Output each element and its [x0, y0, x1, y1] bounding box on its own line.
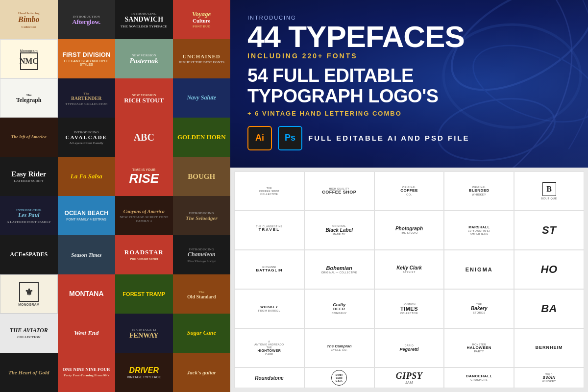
tile-unchained[interactable]: UNCHAINED HIGHEST THE BEST FONTS	[173, 39, 231, 78]
tile-telegraph[interactable]: The Telegraph	[0, 78, 58, 118]
tile-easyrider[interactable]: Easy Rider LAYERED SCRIPT	[0, 157, 58, 196]
tile-lespaul[interactable]: INTRODUCING Les Paul A LAYERED FONT FAMI…	[0, 196, 58, 235]
logo-photograph: Photograph The Studio	[374, 211, 444, 250]
logo-ho: Ho	[514, 250, 584, 289]
tile-pasternak[interactable]: NEW VERSION Pasternak	[115, 39, 173, 78]
tile-acespades[interactable]: ACE♠SPADES	[0, 235, 58, 274]
logo-boutique-b: B BOUTIQUE	[514, 172, 584, 211]
tile-heartgold[interactable]: The Heart of Gold	[0, 353, 58, 392]
tile-voyage[interactable]: Voyage Culture FONT DUO	[173, 0, 231, 39]
logo-enigma: ENIGMA	[444, 250, 514, 289]
badge-ps: Ps	[278, 126, 302, 150]
logo-london-times: LONDON TIMES Collective	[374, 289, 444, 328]
logo-bernheim: BERNHEIM	[514, 328, 584, 368]
tile-oldstandard[interactable]: The Old Standard	[173, 274, 231, 314]
logo-battaglin: GIOVANNI BATTAGLIN	[234, 250, 304, 289]
logo-dancehall: DANCEHALL Crushers	[444, 368, 514, 388]
tile-monogram2[interactable]: ⚜ MONOGRAM	[0, 274, 58, 314]
tile-sandwich[interactable]: INTRODUCING SANDWICH THE NOVELDED TYPEFA…	[115, 0, 173, 39]
tile-onenine[interactable]: ONE NINE NINE FOUR Forty Font-Forming Fr…	[58, 353, 116, 392]
preview-sheet: the COFFEE SHOP Collective HIGH QUALITY …	[234, 172, 584, 388]
hero-badges: Ai Ps FULL EDITABLE AI AND PSD FILE	[247, 126, 571, 150]
tile-aviator[interactable]: THE AVIATOR COLLECTION	[0, 314, 58, 353]
tile-lafosalsa[interactable]: La Fo Salsa	[58, 157, 116, 196]
logo-derby-cycle: DerbyCycleU.S.A.	[304, 368, 374, 388]
hero-logos: 54 FULL EDITABLETYPOGRAPH LOGO'S	[247, 66, 571, 107]
logo-blended-whiskey: Original BLENDED WHISKEY	[444, 172, 514, 211]
tile-canyons[interactable]: Canyons of America NEW VINTAGE SCRIPT FO…	[115, 196, 173, 235]
tile-bimbo[interactable]: Hand lettering Bimbo Collection	[0, 0, 58, 39]
tile-monogram[interactable]: Monogram NMC	[0, 39, 58, 78]
hero-combo: + 6 VINTAGE HAND LETTERING COMBO	[247, 110, 571, 117]
tile-oceanbeach[interactable]: OCEAN BEACH FONT FAMILY 4 EXTRAS	[58, 196, 116, 235]
logo-coffee-shop: HIGH QUALITY COFFEE SHOP	[304, 172, 374, 211]
tile-rise[interactable]: TIME IS YOUR RISE	[115, 157, 173, 196]
tile-driver[interactable]: DRIVER VINTAGE TYPEFACE	[115, 353, 173, 392]
tile-season[interactable]: Season Times	[58, 235, 116, 274]
tile-richstout[interactable]: NEW VERSION RICH STOUT	[115, 78, 173, 118]
hero-count: 44 TYPEFACES	[247, 22, 571, 52]
right-panel: INTRODUCING 44 TYPEFACES INCLUDING 220+ …	[230, 0, 588, 392]
logo-empty1: Gipsy Jam	[374, 368, 444, 388]
tile-chameleon[interactable]: INTRODUCING Chameleon Plus Vintage Scrip…	[173, 235, 231, 274]
logo-coffee: Original COFFEE CO.	[374, 172, 444, 211]
logo-campion: The Campion Cycle Co.	[304, 328, 374, 368]
tile-roadstar[interactable]: ROADSTAR Plus Vintage Script	[115, 235, 173, 274]
logo-ba: Ba	[514, 289, 584, 328]
logo-coffee-shop-collective: the COFFEE SHOP Collective	[234, 172, 304, 211]
logo-hightower: A ANTONIO ANDREADO THE HIGHTOWER CAFE	[234, 328, 304, 368]
logo-travel: THE CLANDESTINE TRAVEL —	[234, 211, 304, 250]
hero-file-text: FULL EDITABLE AI AND PSD FILE	[308, 134, 470, 142]
logo-bohemian: Bohemian Original — Collective	[304, 250, 374, 289]
tile-afterglow[interactable]: INTRODUCTION Afterglow.	[58, 0, 116, 39]
logo-marshall: MARSHALL 19 ★ AUSTIN 62 AMPLIFIERS	[444, 211, 514, 250]
logo-wild-swan: Wild Swan WHISKEY	[514, 368, 584, 388]
logo-crafty-beer: Crafty BEER COMPANY	[304, 289, 374, 328]
tile-goldenhorn[interactable]: GOLDEN HORN	[173, 118, 231, 157]
tile-montana[interactable]: MONTANA	[58, 274, 116, 314]
badge-ai: Ai	[247, 126, 272, 150]
logo-black-label: Original Black Label Made By	[304, 211, 374, 250]
tile-first[interactable]: FIRST DIVISION ELEGANT SLAB MULTIPLE STY…	[58, 39, 116, 78]
logo-st: St	[514, 211, 584, 250]
logo-pegoretti: Dario Pegoretti	[374, 328, 444, 368]
hero-section: INTRODUCING 44 TYPEFACES INCLUDING 220+ …	[230, 0, 588, 168]
tile-jacksguitar[interactable]: Jack's guitar	[173, 353, 231, 392]
logo-whiskey-barrel: WHISKEY FROM BARREL	[234, 289, 304, 328]
font-grid: Hand lettering Bimbo Collection INTRODUC…	[0, 0, 230, 392]
tile-sugarcane[interactable]: Sugar Cane	[173, 314, 231, 353]
logo-roundstone: Roundstone	[234, 368, 304, 388]
logo-kelly-clark: Kelly Clark STYLIST	[374, 250, 444, 289]
tile-seloedger[interactable]: INTRODUCING The Seloedger	[173, 196, 231, 235]
tile-bartender[interactable]: The BARTENDER TYPEFACE COLLECTION	[58, 78, 116, 118]
tile-foresttramp[interactable]: FOREST TRAMP	[115, 274, 173, 314]
tile-westend[interactable]: West End	[58, 314, 116, 353]
tile-bough[interactable]: BOUGH	[173, 157, 231, 196]
tile-abc[interactable]: ABC	[115, 118, 173, 157]
preview-section: the COFFEE SHOP Collective HIGH QUALITY …	[230, 168, 588, 392]
tile-leftamerica[interactable]: The left of America	[0, 118, 58, 157]
logo-bakery: THE Bakery Stores	[444, 289, 514, 328]
tile-navysalute[interactable]: Navy Salute	[173, 78, 231, 118]
logo-haloween: Monster HALOWEEN PARTY	[444, 328, 514, 368]
tile-fenway[interactable]: 19 VINTAGE 12 FENWAY	[115, 314, 173, 353]
tile-cavalcade[interactable]: INTRODUCING CAVALCADE A Layered Font Fam…	[58, 118, 116, 157]
